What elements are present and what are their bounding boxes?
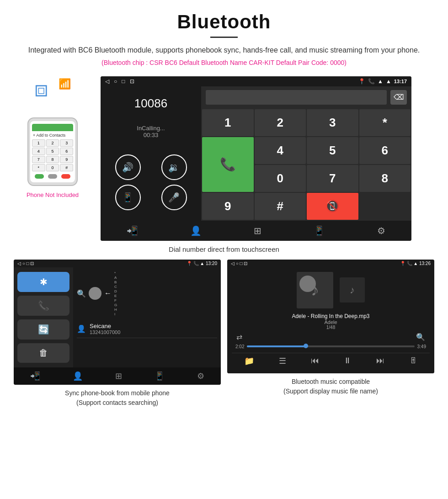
- progress-bar[interactable]: [247, 345, 414, 347]
- key-star[interactable]: *: [359, 109, 411, 136]
- music-status-bar: ◁ ○ □ ⊡ 📍 📞 ▲ 13:26: [227, 260, 434, 267]
- key-7[interactable]: 7: [307, 165, 358, 192]
- phone-keypad: 1 2 3 4 5 6 7 8 9 * 0 #: [32, 139, 73, 171]
- dial-input-field[interactable]: [206, 90, 387, 105]
- bluetooth-icon: ⧈: [34, 77, 48, 101]
- sync-sidebar-icon[interactable]: 🔄: [17, 319, 69, 340]
- call-green-btn[interactable]: 📞: [202, 137, 254, 192]
- key-2[interactable]: 2: [255, 109, 306, 136]
- key-4[interactable]: 4: [255, 137, 306, 164]
- pb-alphabet: *ABCDEFGHI: [114, 271, 117, 316]
- pb-contacts-icon[interactable]: 👤: [73, 371, 83, 381]
- keypad-icon[interactable]: ⊞: [254, 225, 261, 236]
- contacts-icon[interactable]: 👤: [190, 225, 202, 236]
- mute-btn[interactable]: 🎤: [161, 185, 187, 210]
- music-block: ◁ ○ □ ⊡ 📍 📞 ▲ 13:26 ♪ ♪ Adel: [227, 260, 434, 408]
- status-right: 📍 📞 ▲ ▲ 13:17: [358, 78, 407, 85]
- next-track-icon[interactable]: ⏭: [376, 356, 384, 366]
- dial-status-bar: ◁ ○ □ ⊡ 📍 📞 ▲ ▲ 13:17: [101, 76, 411, 86]
- dial-input-row: ⌫: [201, 86, 411, 108]
- title-divider: [210, 37, 238, 38]
- pb-keypad-icon[interactable]: ⊞: [115, 371, 122, 381]
- pb-call-transfer-icon[interactable]: 📲: [30, 371, 40, 381]
- key-9[interactable]: 9: [202, 193, 254, 220]
- transfer-btn[interactable]: 📱: [115, 185, 141, 210]
- phone-neutral-btn: [48, 174, 57, 179]
- phone-screen-bar: [32, 124, 73, 131]
- key-5[interactable]: 5: [307, 137, 358, 164]
- phone-key: 4: [32, 148, 45, 155]
- page-description: Integrated with BC6 Bluetooth module, su…: [18, 44, 430, 56]
- music-track-count: 1/48: [292, 325, 369, 330]
- shuffle-icon[interactable]: ⇄: [236, 333, 242, 341]
- keypad-grid: 1 2 3 * 📞 4 5 6 0 7 8 9 # 📵: [201, 108, 411, 221]
- page-header: Bluetooth Integrated with BC6 Bluetooth …: [0, 0, 448, 76]
- signal-waves-icon: 📶: [59, 78, 71, 90]
- dial-left-panel: 10086 InCalling... 00:33 🔊 🔉 📱 🎤: [101, 86, 201, 221]
- key-3[interactable]: 3: [307, 109, 358, 136]
- phone-screen: + Add to Contacts 1 2 3 4 5 6 7 8 9 * 0 …: [30, 121, 75, 182]
- phone-image: + Add to Contacts 1 2 3 4 5 6 7 8 9 * 0 …: [27, 117, 78, 186]
- play-pause-icon[interactable]: ⏸: [343, 356, 352, 366]
- dial-main: 10086 InCalling... 00:33 🔊 🔉 📱 🎤 ⌫: [101, 86, 411, 221]
- pb-bottom-row: 📲 👤 ⊞ 📱 ⚙: [14, 367, 221, 385]
- location-icon: 📍: [358, 78, 365, 85]
- status-right-music: 📍 📞 ▲ 13:26: [400, 261, 431, 266]
- screenshot-icon: ⊡: [130, 78, 134, 85]
- dial-number: 10086: [107, 96, 195, 111]
- prev-track-icon[interactable]: ⏮: [311, 356, 319, 366]
- progress-row: 2:02 3:49: [232, 344, 430, 349]
- delete-sidebar-icon[interactable]: 🗑: [17, 343, 69, 363]
- pb-connect-icon[interactable]: 📱: [155, 371, 165, 381]
- key-0[interactable]: 0: [255, 165, 306, 192]
- phone-key: *: [32, 164, 45, 171]
- music-album-art-right: ♪: [340, 277, 365, 303]
- bt-sidebar-icon[interactable]: ✱: [17, 272, 69, 292]
- volume-up-btn[interactable]: 🔊: [115, 154, 141, 180]
- progress-fill: [247, 345, 305, 347]
- phone-key: 3: [60, 139, 73, 147]
- music-controls: 📁 ☰ ⏮ ⏸ ⏭ 🎚: [232, 353, 430, 369]
- bottom-screenshots: ◁ ○ □ ⊡ 📍 📞 ▲ 13:20 ✱ 📞 🔄 🗑 🔍 ←: [0, 260, 448, 408]
- key-1[interactable]: 1: [202, 109, 254, 136]
- call-transfer-icon[interactable]: 📲: [127, 225, 138, 236]
- settings-icon[interactable]: ⚙: [377, 225, 385, 236]
- pb-search-ball: [89, 287, 101, 300]
- search-music-icon[interactable]: 🔍: [416, 333, 425, 341]
- phonebook-block: ◁ ○ □ ⊡ 📍 📞 ▲ 13:20 ✱ 📞 🔄 🗑 🔍 ←: [14, 260, 221, 408]
- pb-contact-info: Seicane 13241007000: [90, 323, 120, 335]
- playlist-icon[interactable]: ☰: [279, 356, 286, 366]
- phone-key: 2: [46, 139, 59, 147]
- phone-key: 7: [32, 156, 45, 163]
- dial-backspace-btn[interactable]: ⌫: [390, 90, 407, 105]
- pb-settings-icon[interactable]: ⚙: [197, 371, 204, 381]
- eq-icon[interactable]: 🎚: [409, 356, 417, 366]
- phone-key: 0: [46, 164, 59, 171]
- home-nav-icon: ○: [114, 78, 117, 85]
- call-icon: 📞: [368, 78, 375, 85]
- key-6[interactable]: 6: [359, 137, 411, 164]
- phone-key: 5: [46, 148, 59, 155]
- pb-main: 🔍 ← *ABCDEFGHI 👤 Seicane 13241007000: [73, 267, 221, 367]
- key-8[interactable]: 8: [359, 165, 411, 192]
- status-left-music: ◁ ○ □ ⊡: [231, 261, 247, 266]
- folder-icon[interactable]: 📁: [244, 356, 254, 366]
- phone-key: 1: [32, 139, 45, 147]
- key-hash[interactable]: #: [255, 193, 306, 220]
- music-caption: Bluetooth music compatible (Support disp…: [283, 377, 378, 396]
- phonebook-screen: ◁ ○ □ ⊡ 📍 📞 ▲ 13:20 ✱ 📞 🔄 🗑 🔍 ←: [14, 260, 221, 385]
- music-note-small-icon: ♪: [350, 284, 355, 296]
- phone-key: 6: [60, 148, 73, 155]
- pb-content: ✱ 📞 🔄 🗑 🔍 ← *ABCDEFGHI 👤: [14, 267, 221, 367]
- call-sidebar-icon[interactable]: 📞: [17, 296, 69, 316]
- call-end-btn[interactable]: 📵: [307, 193, 358, 220]
- volume-down-btn[interactable]: 🔉: [161, 154, 187, 180]
- status-left-pb: ◁ ○ □ ⊡: [17, 261, 34, 266]
- dial-section: ⧈ 📶 + Add to Contacts 1 2 3 4 5 6 7 8 9 …: [0, 76, 448, 241]
- page-specs: (Bluetooth chip : CSR BC6 Default Blueto…: [18, 59, 430, 66]
- music-album-art-left: ♪: [297, 272, 333, 308]
- phone-connect-icon[interactable]: 📱: [314, 225, 325, 236]
- pb-contact-number: 13241007000: [90, 329, 120, 335]
- phone-bottom-bar: [32, 173, 73, 180]
- time-total: 3:49: [417, 344, 426, 349]
